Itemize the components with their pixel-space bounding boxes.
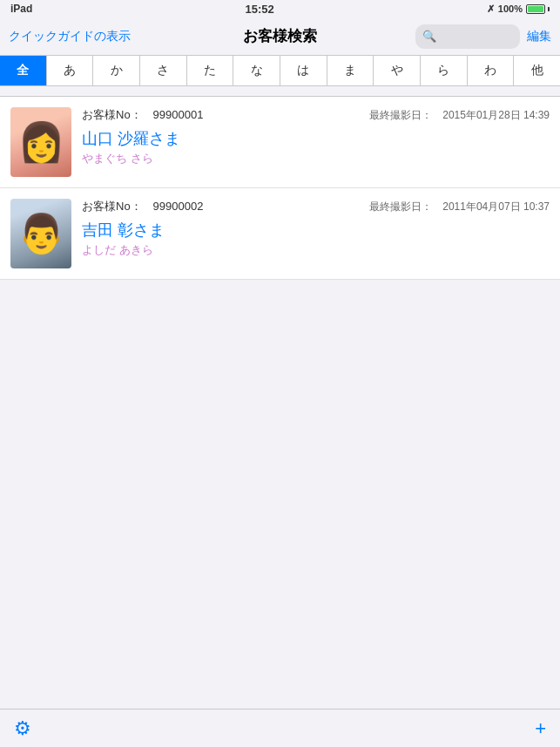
filter-tab-わ[interactable]: わ (468, 56, 515, 85)
search-icon: 🔍 (422, 30, 436, 43)
filter-tab-全[interactable]: 全 (0, 56, 47, 85)
clock: 15:52 (245, 3, 273, 16)
filter-tab-さ[interactable]: さ (140, 56, 187, 85)
filter-tab-な[interactable]: な (233, 56, 280, 85)
filter-tab-は[interactable]: は (280, 56, 327, 85)
filter-tab-他[interactable]: 他 (514, 56, 560, 85)
search-box[interactable]: 🔍 (415, 24, 520, 49)
customer-list: お客様No： 99900001最終撮影日： 2015年01月28日 14:39山… (0, 97, 560, 280)
status-bar: iPad 15:52 ✗ 100% (0, 0, 560, 17)
customer-kana-1: やまぐち さら (82, 151, 550, 166)
bluetooth-icon: ✗ (487, 3, 495, 15)
filter-tab-ま[interactable]: ま (327, 56, 374, 85)
status-indicators: ✗ 100% (487, 3, 550, 15)
battery-percentage: 100% (498, 3, 523, 14)
customer-no-1: お客様No： 99900001 (82, 107, 203, 123)
customer-date-1: 最終撮影日： 2015年01月28日 14:39 (369, 108, 550, 123)
filter-tab-ら[interactable]: ら (421, 56, 468, 85)
customer-no-2: お客様No： 99900002 (82, 199, 203, 214)
customer-name-1: 山口 沙羅さま (82, 128, 550, 149)
add-button[interactable]: + (535, 717, 546, 740)
device-label: iPad (10, 3, 32, 15)
settings-button[interactable]: ⚙ (14, 717, 31, 740)
battery-icon (526, 4, 550, 14)
list-separator (0, 86, 560, 97)
nav-bar: クイックガイドの表示 お客様検索 🔍 編集 (0, 17, 560, 56)
customer-info-1: お客様No： 99900001最終撮影日： 2015年01月28日 14:39山… (82, 107, 550, 166)
filter-tabs: 全あかさたなはまやらわ他 (0, 56, 560, 86)
page-title: お客様検索 (243, 26, 317, 46)
customer-info-2: お客様No： 99900002最終撮影日： 2011年04月07日 10:37吉… (82, 199, 550, 258)
filter-tab-あ[interactable]: あ (47, 56, 94, 85)
bottom-toolbar: ⚙ + (0, 709, 560, 747)
customer-item-2[interactable]: お客様No： 99900002最終撮影日： 2011年04月07日 10:37吉… (0, 188, 560, 280)
filter-tab-や[interactable]: や (374, 56, 421, 85)
customer-name-2: 吉田 彰さま (82, 220, 550, 241)
customer-date-2: 最終撮影日： 2011年04月07日 10:37 (369, 200, 550, 214)
filter-tab-か[interactable]: か (93, 56, 140, 85)
quick-guide-button[interactable]: クイックガイドの表示 (9, 29, 131, 44)
edit-button[interactable]: 編集 (527, 29, 551, 44)
customer-photo-1 (10, 107, 71, 177)
filter-tab-た[interactable]: た (187, 56, 234, 85)
nav-right: 🔍 編集 (415, 24, 551, 49)
customer-photo-2 (10, 199, 71, 268)
customer-kana-2: よしだ あきら (82, 242, 550, 258)
customer-item-1[interactable]: お客様No： 99900001最終撮影日： 2015年01月28日 14:39山… (0, 97, 560, 188)
